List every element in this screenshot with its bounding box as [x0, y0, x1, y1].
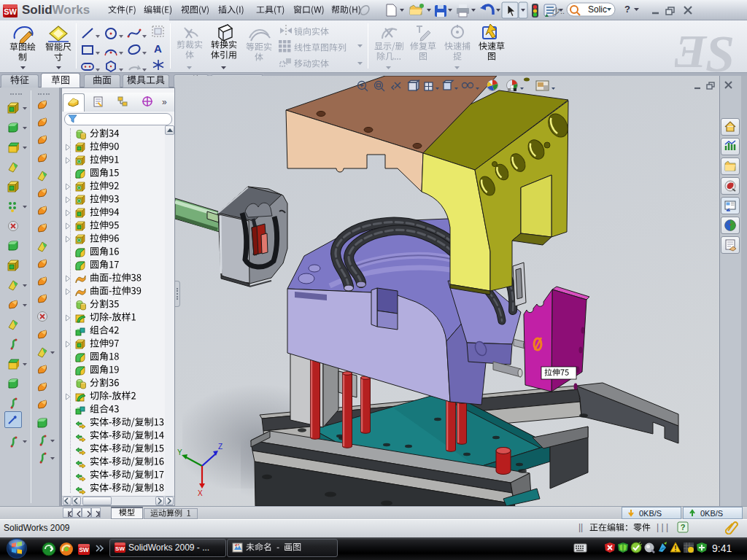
svg-text:Z: Z — [218, 443, 222, 451]
svg-text:?: ? — [681, 523, 686, 532]
svg-text:A: A — [154, 42, 162, 55]
svg-text:SW: SW — [79, 546, 90, 553]
svg-text:Y: Y — [177, 448, 182, 456]
svg-text:X: X — [198, 489, 203, 497]
svg-text:SW: SW — [4, 7, 17, 16]
svg-text:S: S — [705, 25, 735, 73]
svg-text:Ǝ: Ǝ — [675, 26, 708, 73]
svg-text:SW: SW — [115, 545, 125, 552]
svg-text:!: ! — [674, 545, 676, 553]
